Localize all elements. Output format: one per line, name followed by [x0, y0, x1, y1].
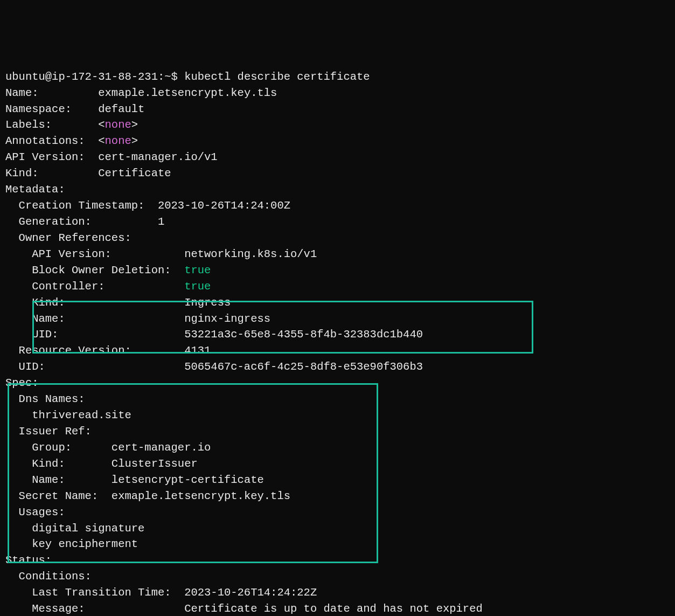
field-message: Message: — [5, 603, 184, 615]
field-value: Certificate is up to date and has not ex… — [184, 603, 483, 615]
usages-header: Usages: — [5, 506, 65, 518]
field-value: 4131 — [184, 344, 211, 357]
issuer-ref-header: Issuer Ref: — [5, 425, 92, 438]
status-header: Status: — [5, 554, 52, 566]
field-value: Certificate — [98, 167, 171, 179]
none-value: none — [105, 119, 131, 131]
dns-names-header: Dns Names: — [5, 393, 85, 405]
field-value: exmaple.letsencrypt.key.tls — [112, 490, 290, 502]
none-value: none — [105, 135, 131, 147]
field-labels: Labels: — [5, 119, 98, 131]
field-value: default — [98, 103, 144, 115]
owner-references-header: Owner References: — [5, 232, 131, 244]
field-value: ClusterIssuer — [112, 458, 198, 470]
field-generation: Generation: — [5, 216, 158, 228]
command-text: kubectl describe certificate — [184, 71, 370, 83]
field-ltt: Last Transition Time: — [5, 586, 184, 599]
field-value: nginx-ingress — [184, 313, 270, 325]
field-issuer-group: Group: — [5, 441, 112, 454]
field-value: 1 — [158, 216, 164, 228]
field-or-api: API Version: — [5, 248, 184, 260]
field-value: 2023-10-26T14:24:00Z — [158, 199, 290, 212]
field-kind: Kind: — [5, 167, 98, 179]
bool-true: true — [184, 264, 211, 276]
dns-name-value: thriveread.site — [5, 409, 131, 421]
shell-prompt: ubuntu@ip-172-31-88-231:~$ — [5, 71, 184, 83]
metadata-header: Metadata: — [5, 183, 65, 196]
field-value: exmaple.letsencrypt.key.tls — [98, 87, 277, 99]
field-resource-version: Resource Version: — [5, 344, 184, 357]
field-name: Name: — [5, 87, 98, 99]
usage-item: key encipherment — [5, 538, 138, 550]
field-issuer-name: Name: — [5, 474, 112, 486]
conditions-header: Conditions: — [5, 570, 92, 583]
field-uid: UID: — [5, 361, 184, 373]
field-creation-timestamp: Creation Timestamp: — [5, 199, 158, 212]
field-or-bod: Block Owner Deletion: — [5, 264, 184, 276]
spec-header: Spec: — [5, 377, 39, 389]
bool-true: true — [184, 280, 211, 293]
field-api-version: API Version: — [5, 151, 98, 163]
terminal-output: ubuntu@ip-172-31-88-231:~$ kubectl descr… — [5, 69, 670, 616]
field-or-kind: Kind: — [5, 296, 184, 309]
field-value: cert-manager.io — [112, 441, 211, 454]
field-value: 5065467c-ac6f-4c25-8df8-e53e90f306b3 — [184, 361, 423, 373]
field-namespace: Namespace: — [5, 103, 98, 115]
field-value: Ingress — [184, 296, 231, 309]
field-secret-name: Secret Name: — [5, 490, 112, 502]
field-value: 53221a3c-65e8-4355-8f4b-32383dc1b440 — [184, 328, 423, 341]
field-or-uid: UID: — [5, 328, 184, 341]
field-value: cert-manager.io/v1 — [98, 151, 217, 163]
usage-item: digital signature — [5, 522, 144, 535]
field-or-controller: Controller: — [5, 280, 184, 293]
field-or-name: Name: — [5, 313, 184, 325]
field-value: 2023-10-26T14:24:22Z — [184, 586, 317, 599]
field-annotations: Annotations: — [5, 135, 98, 147]
field-issuer-kind: Kind: — [5, 458, 112, 470]
field-value: letsencrypt-certificate — [112, 474, 264, 486]
field-value: networking.k8s.io/v1 — [184, 248, 317, 260]
